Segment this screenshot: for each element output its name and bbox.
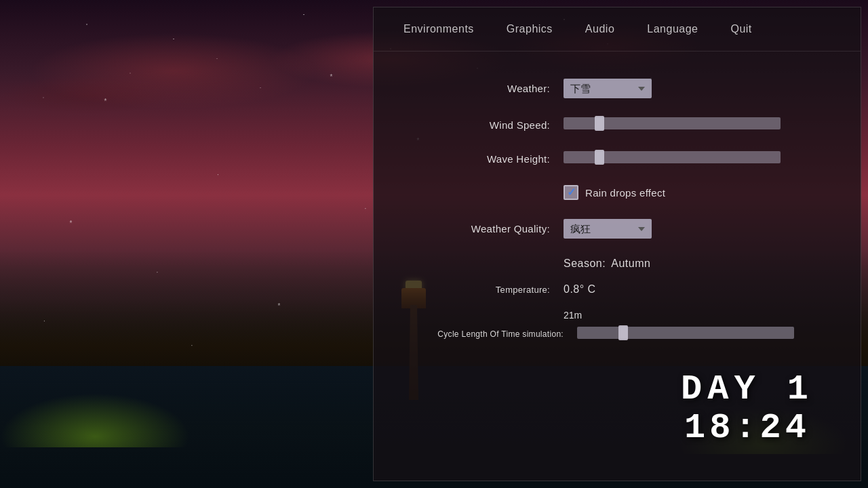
weather-quality-label: Weather Quality: xyxy=(428,223,550,235)
wave-height-slider[interactable] xyxy=(564,151,781,163)
cycle-length-slider[interactable] xyxy=(577,327,794,339)
weather-quality-dropdown-wrapper: 疯狂 高 中 低 xyxy=(564,219,652,239)
wave-height-label: Wave Height: xyxy=(428,153,550,165)
weather-row: Weather: 下雪 晴天 阴天 雨天 xyxy=(428,79,806,98)
temperature-value: 0.8° C xyxy=(564,283,596,296)
cycle-value-text: 21m xyxy=(564,310,582,321)
weather-dropdown[interactable]: 下雪 晴天 阴天 雨天 xyxy=(564,79,652,98)
wave-height-row: Wave Height: xyxy=(428,151,806,166)
temperature-row: Temperature: 0.8° C xyxy=(428,283,806,296)
weather-quality-row: Weather Quality: 疯狂 高 中 低 xyxy=(428,219,806,239)
wind-speed-slider-container xyxy=(564,117,781,132)
nav-item-graphics[interactable]: Graphics xyxy=(490,18,569,41)
cycle-length-label: Cycle Length Of Time simulation: xyxy=(428,329,564,339)
cycle-length-row: Cycle Length Of Time simulation: xyxy=(428,327,806,342)
season-text: Season:Autumn xyxy=(564,258,650,270)
wind-speed-label: Wind Speed: xyxy=(428,119,550,131)
day-time-display: DAY 1 18:24 xyxy=(681,370,814,447)
nav-bar: Environments Graphics Audio Language Qui… xyxy=(374,7,861,52)
weather-label: Weather: xyxy=(428,83,550,94)
algae-left xyxy=(0,393,190,447)
wave-height-slider-container xyxy=(564,151,781,166)
nav-item-language[interactable]: Language xyxy=(631,18,714,41)
rain-drops-row: Rain drops effect xyxy=(428,185,806,200)
settings-content: Weather: 下雪 晴天 阴天 雨天 Wind Speed: Wave He… xyxy=(374,52,861,388)
wind-speed-slider[interactable] xyxy=(564,117,781,129)
cycle-value-display: 21m xyxy=(428,309,806,321)
day-label: DAY 1 xyxy=(681,370,814,409)
season-row: Season:Autumn xyxy=(428,258,806,270)
nav-item-audio[interactable]: Audio xyxy=(569,18,631,41)
weather-dropdown-wrapper: 下雪 晴天 阴天 雨天 xyxy=(564,79,652,98)
wind-speed-row: Wind Speed: xyxy=(428,117,806,132)
cycle-length-slider-container xyxy=(577,327,794,342)
rain-drops-label: Rain drops effect xyxy=(585,187,665,199)
temperature-label: Temperature: xyxy=(428,285,550,295)
weather-quality-dropdown[interactable]: 疯狂 高 中 低 xyxy=(564,219,652,239)
time-label: 18:24 xyxy=(681,409,814,447)
nav-item-quit[interactable]: Quit xyxy=(714,18,768,41)
nav-item-environments[interactable]: Environments xyxy=(387,18,490,41)
rain-drops-checkbox[interactable] xyxy=(564,185,578,200)
